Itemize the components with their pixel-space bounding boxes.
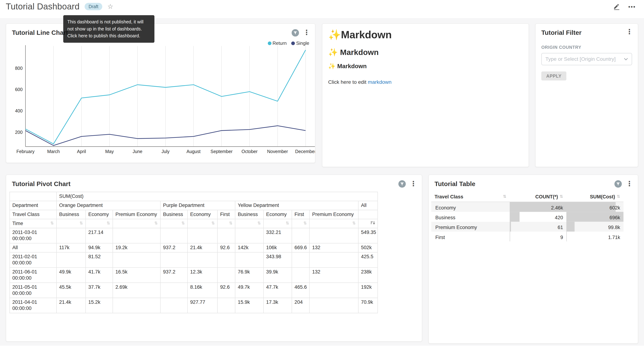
sort-icon[interactable]: ⇅ (182, 220, 185, 226)
sort-icon[interactable]: ⇅ (107, 220, 110, 226)
kebab-menu-icon[interactable]: ⋮ (626, 181, 633, 187)
origin-country-label: ORIGIN COUNTRY (541, 44, 632, 50)
pivot-class-col-header[interactable]: Economy (264, 210, 292, 219)
draft-badge[interactable]: Draft (84, 3, 102, 10)
sort-icon[interactable]: ⇅ (154, 220, 158, 226)
table-header-count-[interactable]: COUNT(*)⇅ (510, 192, 566, 202)
pivot-class-col-header[interactable]: Business (56, 210, 86, 219)
sort-icon[interactable]: ⇅ (211, 220, 215, 226)
pivot-sort-cell (358, 219, 378, 228)
sort-desc-active-icon[interactable] (370, 220, 375, 226)
pivot-group-header[interactable]: Purple Department (160, 201, 235, 210)
pivot-cell: 332.21 (264, 228, 292, 243)
pivot-sort-cell: ⇅ (218, 219, 235, 228)
pivot-class-col-header[interactable]: First (292, 210, 310, 219)
pivot-row-label: All (10, 243, 56, 252)
sort-icon[interactable]: ⇅ (229, 220, 232, 226)
edit-pencil-icon[interactable] (613, 3, 620, 10)
table-row[interactable]: Economy2.46k602k (431, 202, 624, 212)
pivot-cell: 21.4k (188, 243, 218, 252)
kebab-menu-icon[interactable]: ⋮ (303, 30, 310, 36)
cell-value: 99.8k (566, 222, 624, 230)
svg-text:June: June (132, 149, 142, 154)
pivot-cell (218, 252, 235, 267)
sort-icon[interactable]: ⇅ (80, 220, 83, 226)
favorite-star-icon[interactable]: ☆ (108, 3, 113, 10)
svg-text:August: August (186, 149, 201, 154)
pivot-group-header[interactable]: Yellow Department (235, 201, 358, 210)
pivot-class-col-header[interactable]: Premium Economy (310, 210, 358, 219)
table-row[interactable]: Business420696k (431, 212, 624, 222)
pivot-class-col-header[interactable]: Premium Economy (113, 210, 160, 219)
pivot-metric-header: SUM(Cost) (56, 192, 378, 201)
pivot-class-col-header[interactable] (358, 210, 378, 219)
svg-text:March: March (47, 149, 60, 154)
svg-text:May: May (105, 149, 114, 154)
filter-indicator-icon[interactable] (614, 180, 622, 188)
travel-class-cell: First (431, 232, 510, 241)
pivot-cell: 132 (310, 267, 358, 282)
pivot-cell: 549.35 (358, 228, 378, 243)
table-header-travel-class[interactable]: Travel Class⇅ (431, 192, 510, 202)
table-row[interactable]: Premium Economy6199.8k (431, 222, 624, 232)
pivot-cell: 49.9k (56, 267, 86, 282)
sort-icon[interactable]: ⇅ (352, 220, 356, 226)
pivot-time-header: Time⇅ (10, 219, 56, 228)
cell-value: 1.71k (566, 232, 624, 240)
markdown-edit-link[interactable]: markdown (368, 79, 392, 85)
pivot-class-col-header[interactable]: Economy (86, 210, 113, 219)
table-row[interactable]: First91.71k (431, 232, 624, 241)
filter-indicator-icon[interactable] (398, 180, 406, 188)
caret-down-icon (624, 58, 628, 60)
pivot-cell (160, 298, 188, 313)
sort-icon[interactable]: ⇅ (50, 220, 54, 226)
pivot-cell: 81.52 (86, 252, 113, 267)
sort-icon[interactable]: ⇅ (303, 220, 307, 226)
pivot-sort-cell: ⇅ (292, 219, 310, 228)
pivot-sort-cell: ⇅ (264, 219, 292, 228)
pivot-sort-cell: ⇅ (310, 219, 358, 228)
pivot-class-col-header[interactable]: First (218, 210, 235, 219)
pivot-class-col-header[interactable]: Business (160, 210, 188, 219)
pivot-cell: 19.2k (113, 243, 160, 252)
apply-button[interactable]: APPLY (541, 71, 566, 80)
pivot-group-header[interactable]: Orange Department (56, 201, 160, 210)
cell-value: 420 (510, 213, 566, 220)
pivot-cell: 76.9k (235, 267, 264, 282)
travel-class-cell: Economy (431, 202, 510, 212)
pivot-chart-title: Tutorial Pivot Chart (12, 180, 70, 188)
kebab-menu-icon[interactable]: ⋮ (410, 181, 417, 187)
table-header-sum-cost-[interactable]: SUM(Cost)⇅ (566, 192, 624, 202)
pivot-cell: 927.77 (188, 298, 218, 313)
line-chart-title: Tutorial Line Chart (12, 29, 68, 37)
pivot-cell: 204 (292, 298, 310, 313)
sort-icon[interactable]: ⇅ (258, 220, 261, 226)
pivot-sort-cell: ⇅ (86, 219, 113, 228)
line-chart[interactable]: 200400600800FebruaryMarchAprilMayJuneJul… (6, 40, 315, 160)
pivot-class-col-header[interactable]: Economy (188, 210, 218, 219)
publish-tooltip[interactable]: This dashboard is not published, it will… (63, 15, 154, 43)
pivot-cell: 12.3k (188, 267, 218, 282)
svg-text:November: November (267, 149, 288, 154)
svg-text:200: 200 (15, 130, 23, 135)
sort-icon[interactable]: ⇅ (617, 194, 620, 199)
pivot-class-col-header[interactable]: Business (235, 210, 264, 219)
sort-icon[interactable]: ⇅ (503, 194, 506, 199)
pivot-cell (160, 252, 188, 267)
pivot-cell: 502k (358, 243, 378, 252)
pivot-cell: 70.9k (358, 298, 378, 313)
pivot-row-label: 2011-05-01 00:00:00 (10, 282, 56, 298)
kebab-menu-icon[interactable]: ⋮ (626, 29, 633, 35)
cell-value: 696k (566, 213, 624, 220)
origin-country-select[interactable]: Type or Select [Origin Country] (541, 53, 632, 65)
pivot-cell: 465.6 (292, 282, 310, 298)
pivot-cell: 2.69k (113, 282, 160, 298)
svg-text:July: July (162, 149, 170, 154)
ellipsis-menu-icon[interactable]: ••• (628, 4, 636, 10)
pivot-group-header[interactable]: All (358, 201, 378, 210)
filter-indicator-icon[interactable] (292, 29, 299, 37)
pivot-dept-header: Department (10, 201, 56, 210)
sort-icon[interactable]: ⇅ (560, 194, 563, 199)
sum-cost-cell: 99.8k (566, 222, 624, 232)
sort-icon[interactable]: ⇅ (286, 220, 289, 226)
